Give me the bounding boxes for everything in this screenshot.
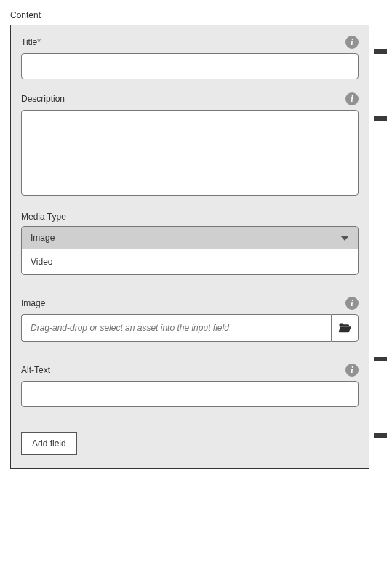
section-label: Content: [10, 10, 383, 20]
media-type-label: Media Type: [21, 212, 66, 222]
annotation-tick: [374, 357, 387, 361]
info-icon[interactable]: i: [345, 92, 359, 105]
description-label: Description: [21, 94, 65, 104]
field-title: Title* i: [21, 36, 359, 79]
title-input[interactable]: [21, 53, 359, 79]
chevron-down-icon: [340, 236, 349, 241]
alt-text-label: Alt-Text: [21, 365, 50, 375]
dropdown-selected[interactable]: Image: [22, 227, 358, 249]
alt-text-input[interactable]: [21, 381, 359, 407]
media-type-dropdown[interactable]: Image Video: [21, 226, 359, 275]
dropdown-selected-text: Image: [31, 233, 55, 243]
info-icon[interactable]: i: [345, 297, 359, 310]
annotation-tick: [374, 49, 387, 54]
info-icon[interactable]: i: [345, 36, 359, 49]
folder-open-icon: [338, 322, 351, 334]
image-asset-input[interactable]: [21, 314, 331, 342]
image-label: Image: [21, 298, 45, 308]
content-panel: Title* i Description i Media Type Image: [10, 25, 369, 469]
field-image: Image i: [21, 297, 359, 342]
annotation-tick: [374, 433, 387, 438]
field-alt-text: Alt-Text i: [21, 364, 359, 407]
field-media-type: Media Type Image Video: [21, 212, 359, 275]
annotation-tick: [374, 116, 387, 121]
browse-asset-button[interactable]: [331, 314, 359, 342]
info-icon[interactable]: i: [345, 364, 359, 377]
field-description: Description i: [21, 92, 359, 199]
dropdown-option[interactable]: Video: [22, 249, 358, 274]
title-label: Title*: [21, 37, 41, 47]
add-field-button[interactable]: Add field: [21, 432, 77, 455]
description-input[interactable]: [21, 110, 359, 196]
